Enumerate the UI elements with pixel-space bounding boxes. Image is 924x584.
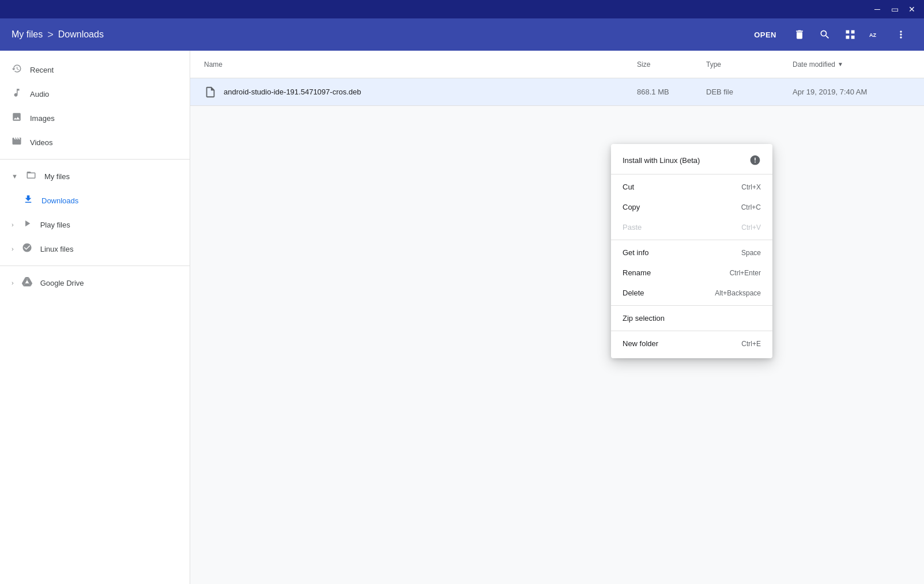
search-icon (819, 29, 831, 40)
sidebar-item-linux-files-label: Linux files (40, 245, 74, 253)
play-files-chevron: › (12, 221, 14, 228)
delete-button[interactable] (788, 23, 811, 46)
sidebar-item-play-files[interactable]: › Play files (0, 213, 190, 237)
my-files-icon (26, 170, 36, 183)
more-vert-icon (895, 29, 907, 40)
col-size: Size (632, 60, 702, 69)
sidebar-item-my-files[interactable]: ▼ My files (0, 164, 190, 188)
col-type: Type (702, 60, 788, 69)
sidebar-item-recent[interactable]: Recent (0, 58, 190, 82)
sort-az-icon: AZ (869, 28, 882, 41)
col-date-modified[interactable]: Date modified ▼ (788, 60, 915, 69)
ctx-cut[interactable]: Cut Ctrl+X (611, 177, 772, 197)
ctx-copy[interactable]: Copy Ctrl+C (611, 197, 772, 217)
more-options-button[interactable] (889, 23, 912, 46)
close-button[interactable]: ✕ (904, 2, 919, 17)
deb-file-icon (204, 86, 217, 98)
file-name: android-studio-ide-191.5471097-cros.deb (224, 88, 361, 96)
breadcrumb: My files > Downloads (12, 29, 740, 41)
recent-icon (12, 63, 22, 76)
sidebar-item-images[interactable]: Images (0, 106, 190, 130)
sidebar-divider-2 (0, 266, 190, 266)
sidebar-item-videos[interactable]: Videos (0, 130, 190, 154)
titlebar: ─ ▭ ✕ (0, 0, 924, 18)
table-row[interactable]: android-studio-ide-191.5471097-cros.deb … (190, 78, 924, 106)
ctx-new-folder[interactable]: New folder Ctrl+E (611, 333, 772, 354)
open-button[interactable]: OPEN (745, 24, 786, 45)
table-header: Name Size Type Date modified ▼ (190, 51, 924, 78)
ctx-divider-3 (611, 305, 772, 306)
images-icon (12, 112, 22, 124)
file-size: 868.1 MB (632, 88, 702, 96)
breadcrumb-separator: > (47, 29, 54, 41)
play-files-icon (22, 218, 32, 231)
ctx-rename[interactable]: Rename Ctrl+Enter (611, 263, 772, 283)
sidebar-item-audio[interactable]: Audio (0, 82, 190, 106)
videos-icon (12, 136, 22, 149)
sidebar-item-audio-label: Audio (30, 90, 49, 98)
maximize-button[interactable]: ▭ (887, 2, 902, 17)
sidebar-item-images-label: Images (30, 114, 55, 123)
grid-view-icon (844, 29, 856, 40)
sidebar-item-downloads-label: Downloads (42, 196, 78, 205)
col-name: Name (199, 60, 632, 69)
minimize-button[interactable]: ─ (870, 2, 885, 17)
sidebar-item-videos-label: Videos (30, 138, 53, 147)
svg-text:AZ: AZ (869, 32, 877, 38)
audio-icon (12, 88, 22, 100)
my-files-chevron: ▼ (12, 173, 18, 180)
sort-button[interactable]: AZ (864, 23, 887, 46)
file-type: DEB file (702, 88, 788, 96)
sidebar-item-my-files-label: My files (44, 172, 70, 181)
ctx-divider-4 (611, 331, 772, 331)
sidebar-item-recent-label: Recent (30, 66, 54, 74)
search-button[interactable] (813, 23, 836, 46)
sidebar-item-linux-files[interactable]: › Linux files (0, 237, 190, 261)
sidebar-item-google-drive[interactable]: › Google Drive (0, 271, 190, 295)
ctx-paste: Paste Ctrl+V (611, 217, 772, 237)
breadcrumb-current[interactable]: Downloads (58, 29, 104, 40)
sidebar-item-downloads[interactable]: Downloads (0, 188, 190, 213)
linux-files-chevron: › (12, 245, 14, 252)
ctx-zip-selection[interactable]: Zip selection (611, 308, 772, 328)
ctx-divider-2 (611, 240, 772, 240)
file-content: Name Size Type Date modified ▼ android-s… (190, 51, 924, 584)
ctx-install-linux[interactable]: Install with Linux (Beta) (611, 149, 772, 172)
toolbar-actions: OPEN AZ (745, 23, 912, 46)
sidebar-divider-1 (0, 159, 190, 160)
google-drive-chevron: › (12, 279, 14, 286)
linux-install-icon (749, 154, 761, 166)
trash-icon (794, 29, 805, 40)
file-name-cell: android-studio-ide-191.5471097-cros.deb (199, 86, 632, 98)
breadcrumb-root[interactable]: My files (12, 29, 43, 40)
sort-chevron-icon: ▼ (838, 61, 843, 67)
linux-files-icon (22, 242, 32, 255)
file-date: Apr 19, 2019, 7:40 AM (788, 88, 915, 96)
ctx-divider-1 (611, 174, 772, 175)
ctx-delete[interactable]: Delete Alt+Backspace (611, 283, 772, 303)
sidebar: Recent Audio Images Videos ▼ (0, 51, 190, 584)
view-grid-button[interactable] (839, 23, 862, 46)
toolbar: My files > Downloads OPEN AZ (0, 18, 924, 51)
main-layout: Recent Audio Images Videos ▼ (0, 51, 924, 584)
context-menu: Install with Linux (Beta) Cut Ctrl+X Cop… (611, 144, 772, 358)
downloads-icon (23, 194, 33, 207)
google-drive-icon (22, 276, 32, 289)
ctx-get-info[interactable]: Get info Space (611, 242, 772, 263)
sidebar-item-google-drive-label: Google Drive (40, 279, 84, 287)
sidebar-item-play-files-label: Play files (40, 221, 70, 229)
